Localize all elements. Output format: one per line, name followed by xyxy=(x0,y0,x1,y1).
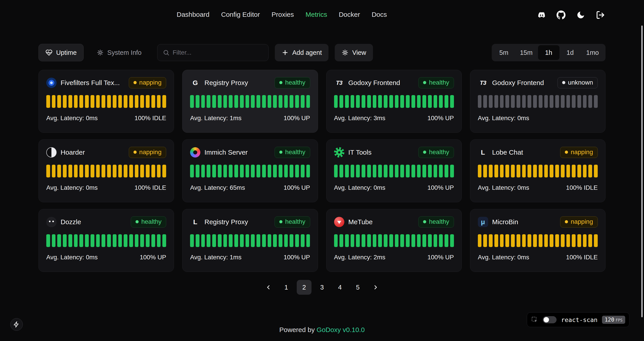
uptime-bar[interactable] xyxy=(52,234,56,247)
uptime-bar[interactable] xyxy=(46,95,50,108)
uptime-bar[interactable] xyxy=(566,95,570,108)
uptime-bar[interactable] xyxy=(362,165,366,177)
uptime-bar[interactable] xyxy=(157,165,161,177)
uptime-bar[interactable] xyxy=(118,234,122,247)
uptime-bar[interactable] xyxy=(68,165,72,177)
uptime-bar[interactable] xyxy=(389,234,393,247)
uptime-bar[interactable] xyxy=(345,95,349,108)
uptime-bar[interactable] xyxy=(384,165,388,177)
uptime-bar[interactable] xyxy=(212,95,216,108)
uptime-bar[interactable] xyxy=(544,234,548,247)
uptime-bar[interactable] xyxy=(384,234,388,247)
uptime-bar[interactable] xyxy=(284,165,288,177)
uptime-bar[interactable] xyxy=(373,165,376,177)
uptime-bar[interactable] xyxy=(561,234,564,247)
uptime-bar[interactable] xyxy=(80,234,83,247)
uptime-bar[interactable] xyxy=(389,95,393,108)
uptime-bar[interactable] xyxy=(566,165,570,177)
uptime-bar[interactable] xyxy=(450,234,454,247)
page-5-button[interactable]: 5 xyxy=(350,280,365,295)
page-3-button[interactable]: 3 xyxy=(314,280,330,295)
uptime-bar[interactable] xyxy=(80,95,83,108)
uptime-bar[interactable] xyxy=(555,165,559,177)
uptime-bar[interactable] xyxy=(583,95,587,108)
uptime-bar[interactable] xyxy=(74,95,78,108)
uptime-bar[interactable] xyxy=(345,234,349,247)
uptime-bar[interactable] xyxy=(528,234,531,247)
uptime-bar[interactable] xyxy=(350,165,354,177)
uptime-bar[interactable] xyxy=(588,234,592,247)
uptime-bar[interactable] xyxy=(588,95,592,108)
uptime-bar[interactable] xyxy=(444,95,448,108)
inspect-icon[interactable] xyxy=(531,316,538,323)
uptime-bar[interactable] xyxy=(428,165,432,177)
filter-input[interactable] xyxy=(173,49,263,56)
uptime-bar[interactable] xyxy=(135,95,139,108)
uptime-bar[interactable] xyxy=(356,165,360,177)
uptime-bar[interactable] xyxy=(190,165,194,177)
service-card-hoarder[interactable]: HoardernappingAvg. Latency: 0ms100% IDLE xyxy=(38,139,174,202)
uptime-bar[interactable] xyxy=(124,95,128,108)
uptime-bar[interactable] xyxy=(63,95,67,108)
uptime-bar[interactable] xyxy=(85,234,89,247)
uptime-bar[interactable] xyxy=(190,95,194,108)
uptime-bar[interactable] xyxy=(412,95,415,108)
uptime-bar[interactable] xyxy=(290,165,294,177)
uptime-bar[interactable] xyxy=(489,234,492,247)
uptime-bar[interactable] xyxy=(439,95,443,108)
uptime-bar[interactable] xyxy=(140,234,144,247)
service-card-lobe-chat[interactable]: LLobe ChatnappingAvg. Latency: 0ms100% I… xyxy=(470,139,606,202)
uptime-bar[interactable] xyxy=(129,165,133,177)
nav-item-docs[interactable]: Docs xyxy=(372,11,387,18)
uptime-bar[interactable] xyxy=(367,95,371,108)
uptime-bar[interactable] xyxy=(234,95,238,108)
uptime-bar[interactable] xyxy=(152,165,155,177)
uptime-bar[interactable] xyxy=(90,95,94,108)
uptime-bar[interactable] xyxy=(295,95,299,108)
uptime-bar[interactable] xyxy=(107,234,111,247)
uptime-bar[interactable] xyxy=(229,234,232,247)
uptime-bar[interactable] xyxy=(356,95,360,108)
uptime-bar[interactable] xyxy=(262,234,266,247)
service-card-metube[interactable]: MeTubehealthyAvg. Latency: 2ms100% UP xyxy=(326,209,462,272)
uptime-bar[interactable] xyxy=(577,234,581,247)
uptime-bar[interactable] xyxy=(206,95,210,108)
uptime-bar[interactable] xyxy=(450,95,454,108)
uptime-bar[interactable] xyxy=(90,234,94,247)
uptime-bar[interactable] xyxy=(224,234,227,247)
uptime-bar[interactable] xyxy=(566,234,570,247)
uptime-bar[interactable] xyxy=(412,165,415,177)
uptime-bar[interactable] xyxy=(152,234,155,247)
uptime-bar[interactable] xyxy=(362,234,366,247)
range-5m-button[interactable]: 5m xyxy=(493,45,514,60)
uptime-bar[interactable] xyxy=(295,165,299,177)
page-4-button[interactable]: 4 xyxy=(332,280,347,295)
uptime-bar[interactable] xyxy=(196,234,200,247)
uptime-bar[interactable] xyxy=(162,95,166,108)
uptime-bar[interactable] xyxy=(539,165,542,177)
uptime-bar[interactable] xyxy=(278,234,282,247)
service-card-godoxy-frontend[interactable]: T3Godoxy FrontendunknownAvg. Latency: 0m… xyxy=(470,70,606,133)
uptime-bar[interactable] xyxy=(46,165,50,177)
uptime-bar[interactable] xyxy=(572,95,576,108)
uptime-bar[interactable] xyxy=(246,95,249,108)
github-icon[interactable] xyxy=(556,10,566,20)
uptime-bar[interactable] xyxy=(52,95,56,108)
uptime-bar[interactable] xyxy=(129,234,133,247)
uptime-bar[interactable] xyxy=(345,165,349,177)
uptime-bar[interactable] xyxy=(362,95,366,108)
prev-page-button[interactable] xyxy=(261,280,276,295)
service-card-microbin[interactable]: μMicroBinnappingAvg. Latency: 0ms100% ID… xyxy=(470,209,606,272)
filter-search-box[interactable] xyxy=(157,44,268,61)
uptime-bar[interactable] xyxy=(511,234,515,247)
uptime-bar[interactable] xyxy=(395,234,399,247)
uptime-bar[interactable] xyxy=(201,234,205,247)
uptime-bar[interactable] xyxy=(46,234,50,247)
uptime-bar[interactable] xyxy=(350,95,354,108)
uptime-bar[interactable] xyxy=(389,165,393,177)
uptime-bar[interactable] xyxy=(478,234,482,247)
uptime-bar[interactable] xyxy=(96,234,100,247)
uptime-bar[interactable] xyxy=(406,234,410,247)
uptime-bar[interactable] xyxy=(85,165,89,177)
uptime-bar[interactable] xyxy=(384,95,388,108)
